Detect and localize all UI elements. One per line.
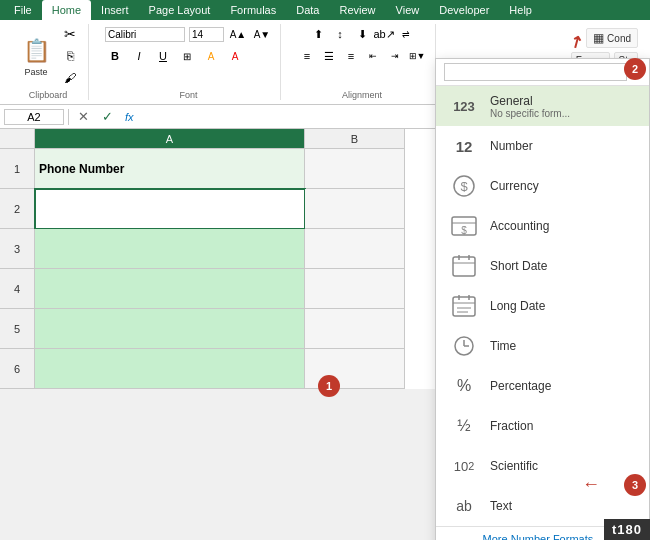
conditional-formatting-btn[interactable]: ▦ Cond xyxy=(586,28,638,48)
cell-b4[interactable] xyxy=(305,269,405,309)
format-fraction-item[interactable]: ½ Fraction xyxy=(436,406,649,446)
bold-button[interactable]: B xyxy=(105,46,125,66)
tab-review[interactable]: Review xyxy=(329,0,385,20)
cell-a5[interactable] xyxy=(35,309,305,349)
cell-a3[interactable] xyxy=(35,229,305,269)
format-long-date-label: Long Date xyxy=(490,299,545,313)
tab-home[interactable]: Home xyxy=(42,0,91,20)
cancel-formula-button[interactable]: ✕ xyxy=(73,107,93,127)
cell-reference-box[interactable] xyxy=(4,109,64,125)
fill-color-button[interactable]: A xyxy=(201,46,221,66)
alignment-group: ⬆ ↕ ⬇ ab↗ ⇌ ≡ ☰ ≡ ⇤ ⇥ ⊞▼ Alignment xyxy=(289,24,436,100)
italic-button[interactable]: I xyxy=(129,46,149,66)
format-currency-item[interactable]: $ Currency xyxy=(436,166,649,206)
orientation-button[interactable]: ab↗ xyxy=(374,24,394,44)
format-accounting-item[interactable]: $ Accounting xyxy=(436,206,649,246)
fraction-icon: ½ xyxy=(448,412,480,440)
short-date-icon xyxy=(448,252,480,280)
formula-divider xyxy=(68,109,69,125)
annotation-3: 3 xyxy=(624,474,646,496)
format-general-sublabel: No specific form... xyxy=(490,108,570,119)
tab-data[interactable]: Data xyxy=(286,0,329,20)
cell-b3[interactable] xyxy=(305,229,405,269)
formula-fx-label: fx xyxy=(121,111,138,123)
tab-insert[interactable]: Insert xyxy=(91,0,139,20)
paste-label: Paste xyxy=(24,67,47,77)
format-short-date-label: Short Date xyxy=(490,259,547,273)
font-name-input[interactable] xyxy=(105,27,185,42)
cell-a6[interactable] xyxy=(35,349,305,389)
text-arrow: ← xyxy=(582,474,600,495)
cell-b2[interactable] xyxy=(305,189,405,229)
align-top-button[interactable]: ⬆ xyxy=(308,24,328,44)
row-num-2: 2 xyxy=(0,189,35,229)
format-percentage-item[interactable]: % Percentage xyxy=(436,366,649,406)
align-left-button[interactable]: ≡ xyxy=(297,46,317,66)
currency-icon: $ xyxy=(448,172,480,200)
align-middle-button[interactable]: ↕ xyxy=(330,24,350,44)
format-text-label: Text xyxy=(490,499,512,513)
align-right-button[interactable]: ≡ xyxy=(341,46,361,66)
decrease-font-button[interactable]: A▼ xyxy=(252,24,272,44)
cut-button[interactable]: ✂ xyxy=(60,24,80,44)
align-center-button[interactable]: ☰ xyxy=(319,46,339,66)
svg-rect-5 xyxy=(453,257,475,276)
svg-text:$: $ xyxy=(460,179,468,194)
paste-button[interactable]: 📋 Paste xyxy=(16,33,56,79)
font-label: Font xyxy=(179,88,197,100)
increase-indent-button[interactable]: ⇥ xyxy=(385,46,405,66)
font-color-button[interactable]: A xyxy=(225,46,245,66)
cell-b1[interactable] xyxy=(305,149,405,189)
cond-icon: ▦ xyxy=(593,31,604,45)
svg-text:$: $ xyxy=(461,225,467,236)
text-icon: ab xyxy=(448,492,480,520)
cell-b5[interactable] xyxy=(305,309,405,349)
tab-formulas[interactable]: Formulas xyxy=(220,0,286,20)
format-number-dropdown: ▼ 123 General No specific form... 12 Num… xyxy=(435,58,650,540)
cell-a1[interactable]: Phone Number xyxy=(35,149,305,189)
watermark: t180 xyxy=(604,519,650,540)
border-button[interactable]: ⊞ xyxy=(177,46,197,66)
align-bottom-button[interactable]: ⬇ xyxy=(352,24,372,44)
decrease-indent-button[interactable]: ⇤ xyxy=(363,46,383,66)
wrap-text-button[interactable]: ⇌ xyxy=(396,24,416,44)
annotation-1: 1 xyxy=(318,375,340,397)
font-size-input[interactable] xyxy=(189,27,224,42)
copy-button[interactable]: ⎘ xyxy=(60,46,80,66)
col-header-b[interactable]: B xyxy=(305,129,405,149)
format-number-item[interactable]: 12 Number xyxy=(436,126,649,166)
format-search-input[interactable] xyxy=(444,63,627,81)
underline-button[interactable]: U xyxy=(153,46,173,66)
tab-help[interactable]: Help xyxy=(499,0,542,20)
increase-font-button[interactable]: A▲ xyxy=(228,24,248,44)
format-long-date-item[interactable]: Long Date xyxy=(436,286,649,326)
confirm-formula-button[interactable]: ✓ xyxy=(97,107,117,127)
format-currency-label: Currency xyxy=(490,179,539,193)
general-icon: 123 xyxy=(448,92,480,120)
row-num-header xyxy=(0,129,35,149)
tab-developer[interactable]: Developer xyxy=(429,0,499,20)
format-scientific-label: Scientific xyxy=(490,459,538,473)
tab-file[interactable]: File xyxy=(4,0,42,20)
format-number-label: Number xyxy=(490,139,533,153)
merge-cells-button[interactable]: ⊞▼ xyxy=(407,46,427,66)
format-scientific-item[interactable]: 102 Scientific xyxy=(436,446,649,486)
format-painter-button[interactable]: 🖌 xyxy=(60,68,80,88)
format-accounting-label: Accounting xyxy=(490,219,549,233)
cell-a2[interactable] xyxy=(35,189,305,229)
format-general-label: General xyxy=(490,94,570,108)
tab-view[interactable]: View xyxy=(386,0,430,20)
format-time-item[interactable]: Time xyxy=(436,326,649,366)
accounting-icon: $ xyxy=(448,212,480,240)
col-header-a[interactable]: A xyxy=(35,129,305,149)
tab-page-layout[interactable]: Page Layout xyxy=(139,0,221,20)
paste-icon: 📋 xyxy=(20,35,52,67)
row-num-3: 3 xyxy=(0,229,35,269)
font-group: A▲ A▼ B I U ⊞ A A Font xyxy=(97,24,281,100)
row-num-5: 5 xyxy=(0,309,35,349)
clipboard-label: Clipboard xyxy=(29,88,68,100)
cell-a4[interactable] xyxy=(35,269,305,309)
format-short-date-item[interactable]: Short Date xyxy=(436,246,649,286)
format-general-item[interactable]: 123 General No specific form... xyxy=(436,86,649,126)
annotation-2: 2 xyxy=(624,58,646,80)
